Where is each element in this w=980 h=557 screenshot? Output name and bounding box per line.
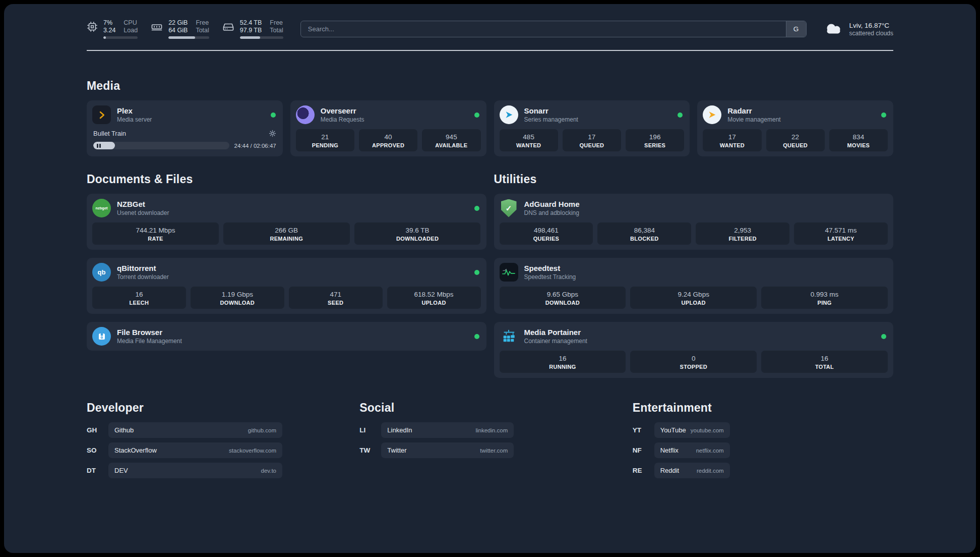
topbar-divider <box>87 50 893 51</box>
search-input[interactable] <box>300 21 807 37</box>
bookmark-name: Github <box>114 426 134 434</box>
bookmark-name: Reddit <box>660 467 680 474</box>
service-card-adguard[interactable]: ✓ AdGuard Home DNS and adblocking 498,46… <box>494 194 894 250</box>
stat-label: REMAINING <box>224 236 349 242</box>
service-subtitle: Speedtest Tracking <box>524 273 576 281</box>
memory-total-label: Total <box>196 27 209 34</box>
service-card-overseerr[interactable]: Overseerr Media Requests 21PENDING 40APP… <box>290 100 486 156</box>
section-title-documents: Documents & Files <box>87 173 486 186</box>
stat-cell: 16TOTAL <box>761 351 888 373</box>
stat-cell: 86,384BLOCKED <box>597 222 691 245</box>
stat-cell: 47.571 msLATENCY <box>794 222 888 245</box>
stat-cell: 471SEED <box>289 287 383 309</box>
bookmark-link-youtube[interactable]: YouTube youtube.com <box>654 422 730 438</box>
stat-label: QUEUED <box>767 142 824 148</box>
bookmark-url: youtube.com <box>691 427 724 433</box>
radarr-icon <box>703 105 721 124</box>
bookmark-link-github[interactable]: Github github.com <box>108 422 282 438</box>
service-card-filebrowser[interactable]: File Browser Media File Management <box>87 322 486 351</box>
stat-label: WANTED <box>704 142 760 148</box>
stat-value: 471 <box>290 290 382 299</box>
pause-icon[interactable] <box>97 144 98 148</box>
service-card-radarr[interactable]: Radarr Movie management 17WANTED 22QUEUE… <box>697 100 893 156</box>
stat-value: 945 <box>423 133 479 141</box>
section-utilities: Utilities ✓ AdGuard Home DNS and adblock… <box>494 173 894 378</box>
bookmark-url: stackoverflow.com <box>229 448 276 454</box>
bookmarks: Developer GH Github github.com SO StackO… <box>87 401 893 483</box>
stat-value: 834 <box>830 133 887 141</box>
topbar: 7% CPU 3.24 Load 22 GiB Free 64 GiB Tota… <box>87 19 893 39</box>
stat-cell: 9.65 GbpsDOWNLOAD <box>500 287 626 309</box>
qbittorrent-icon: qb <box>92 263 111 282</box>
plex-icon <box>92 105 111 124</box>
service-card-sonarr[interactable]: Sonarr Series management 485WANTED 17QUE… <box>494 100 690 156</box>
bookmark-url: github.com <box>248 427 276 433</box>
service-name: Plex <box>117 106 152 116</box>
stat-value: 485 <box>501 133 557 141</box>
section-documents: Documents & Files nzbget NZBGet Usenet d… <box>87 173 486 351</box>
playback-progress[interactable] <box>93 142 229 149</box>
service-subtitle: Container management <box>524 338 587 345</box>
stat-cell: 17WANTED <box>703 129 761 151</box>
search-provider-button[interactable]: G <box>786 21 806 37</box>
stat-label: WANTED <box>501 142 557 148</box>
stat-cell: 16LEECH <box>92 287 186 309</box>
status-dot <box>881 334 886 339</box>
stat-label: RATE <box>93 236 218 242</box>
weather-widget: Lviv, 16.87°C scattered clouds <box>824 22 893 37</box>
status-dot <box>271 113 276 118</box>
stat-value: 47.571 ms <box>795 226 887 235</box>
bookmark-link-dev[interactable]: DEV dev.to <box>108 463 282 478</box>
stat-value: 1.19 Gbps <box>192 290 283 299</box>
bookmark-link-netflix[interactable]: Netflix netflix.com <box>654 442 730 458</box>
bookmark-url: linkedin.com <box>475 427 508 433</box>
stat-label: DOWNLOAD <box>501 300 625 306</box>
stat-label: LEECH <box>93 300 185 306</box>
service-card-nzbget[interactable]: nzbget NZBGet Usenet downloader 744.21 M… <box>87 194 486 250</box>
adguard-icon: ✓ <box>500 199 518 217</box>
service-subtitle: Movie management <box>727 116 780 123</box>
service-subtitle: Media Requests <box>321 116 364 123</box>
stat-label: TOTAL <box>762 364 887 370</box>
service-card-plex[interactable]: Plex Media server Bullet Train <box>87 100 283 156</box>
stat-value: 16 <box>93 290 185 299</box>
stat-cell: 485WANTED <box>500 129 558 151</box>
bookmark-link-twitter[interactable]: Twitter twitter.com <box>381 442 514 458</box>
bookmark-name: Twitter <box>387 447 406 454</box>
gear-icon[interactable] <box>269 130 276 137</box>
bookmark-group-title: Entertainment <box>633 401 893 415</box>
bookmark-abbr: LI <box>359 426 381 434</box>
bookmark-abbr: RE <box>633 467 654 474</box>
stat-cell: 21PENDING <box>296 129 354 151</box>
service-name: Sonarr <box>524 106 578 116</box>
service-subtitle: Media File Management <box>117 338 182 345</box>
stat-label: UPLOAD <box>631 300 756 306</box>
speedtest-icon <box>500 263 518 282</box>
bookmark-link-stackoverflow[interactable]: StackOverflow stackoverflow.com <box>108 442 282 458</box>
disk-total-label: Total <box>270 27 283 34</box>
stat-value: 21 <box>297 133 353 141</box>
bookmark-url: netflix.com <box>696 448 724 454</box>
stat-value: 16 <box>762 354 887 363</box>
stat-value: 9.24 Gbps <box>631 290 756 299</box>
bookmark-row: SO StackOverflow stackoverflow.com <box>87 442 347 458</box>
stat-value: 0 <box>631 354 756 363</box>
service-card-portainer[interactable]: Media Portainer Container management 16R… <box>494 322 894 378</box>
stat-label: SERIES <box>627 142 683 148</box>
stat-value: 17 <box>704 133 760 141</box>
disk-widget: 52.4 TB Free 97.9 TB Total <box>222 19 283 39</box>
stat-label: FILTERED <box>697 236 788 242</box>
service-name: NZBGet <box>117 200 169 209</box>
bookmark-link-linkedin[interactable]: LinkedIn linkedin.com <box>381 422 514 438</box>
stat-value: 9.65 Gbps <box>501 290 625 299</box>
status-dot <box>881 113 886 118</box>
memory-free-label: Free <box>196 19 209 27</box>
stat-cell: 0.993 msPING <box>761 287 888 309</box>
cpu-icon <box>87 21 98 32</box>
service-card-speedtest[interactable]: Speedtest Speedtest Tracking 9.65 GbpsDO… <box>494 258 894 314</box>
service-name: Speedtest <box>524 264 576 273</box>
bookmark-name: LinkedIn <box>387 426 412 434</box>
bookmark-link-reddit[interactable]: Reddit reddit.com <box>654 463 730 478</box>
stat-cell: 40APPROVED <box>359 129 417 151</box>
service-card-qbittorrent[interactable]: qb qBittorrent Torrent downloader 16LEEC… <box>87 258 486 314</box>
